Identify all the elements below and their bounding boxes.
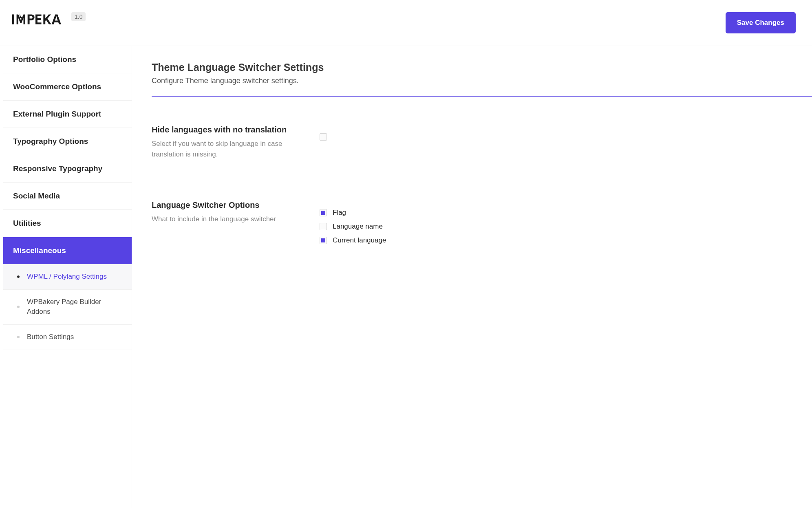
setting-switcher-options: Language Switcher Options What to includ… xyxy=(152,200,812,250)
sidebar-item-utilities[interactable]: Utilities xyxy=(3,210,132,237)
setting-desc: What to include in the language switcher xyxy=(152,214,307,225)
svg-rect-0 xyxy=(12,14,14,24)
checkbox-box[interactable] xyxy=(320,209,327,216)
checkbox-label: Flag xyxy=(333,209,346,217)
setting-left: Language Switcher Options What to includ… xyxy=(152,200,320,225)
checkbox-language-name[interactable]: Language name xyxy=(320,222,812,231)
accent-divider xyxy=(152,96,812,97)
setting-left: Hide languages with no translation Selec… xyxy=(152,125,320,159)
page-subtitle: Configure Theme language switcher settin… xyxy=(152,77,812,85)
sidebar-item-typography[interactable]: Typography Options xyxy=(3,128,132,155)
save-button[interactable]: Save Changes xyxy=(726,12,796,33)
checkbox-hide-languages[interactable] xyxy=(320,133,812,141)
setting-right: Flag Language name Current language xyxy=(320,200,812,250)
checkbox-box[interactable] xyxy=(320,133,327,141)
header: 1.0 Save Changes xyxy=(0,0,812,46)
version-badge: 1.0 xyxy=(71,12,86,21)
page-title: Theme Language Switcher Settings xyxy=(152,62,812,73)
checkbox-box[interactable] xyxy=(320,223,327,230)
setting-hide-languages: Hide languages with no translation Selec… xyxy=(152,125,812,180)
logo-wrap: 1.0 xyxy=(12,12,86,26)
sidebar-item-miscellaneous[interactable]: Miscellaneous xyxy=(3,237,132,264)
sidebar-item-external-plugin[interactable]: External Plugin Support xyxy=(3,101,132,128)
sidebar-item-portfolio[interactable]: Portfolio Options xyxy=(3,46,132,73)
setting-label: Hide languages with no translation xyxy=(152,125,307,134)
setting-right xyxy=(320,125,812,146)
content: Theme Language Switcher Settings Configu… xyxy=(132,46,812,508)
logo xyxy=(12,12,71,26)
setting-desc: Select if you want to skip language in c… xyxy=(152,139,307,159)
sidebar-item-social-media[interactable]: Social Media xyxy=(3,183,132,210)
checkbox-label: Current language xyxy=(333,236,386,244)
sidebar-subitem-wpml[interactable]: WPML / Polylang Settings xyxy=(3,264,132,290)
sidebar: Portfolio Options WooCommerce Options Ex… xyxy=(3,46,132,508)
sidebar-item-responsive-typography[interactable]: Responsive Typography xyxy=(3,155,132,183)
checkbox-label: Language name xyxy=(333,222,383,231)
setting-label: Language Switcher Options xyxy=(152,200,307,210)
body-wrap: Portfolio Options WooCommerce Options Ex… xyxy=(0,46,812,508)
checkbox-box[interactable] xyxy=(320,237,327,244)
sidebar-subitem-button-settings[interactable]: Button Settings xyxy=(3,325,132,350)
sidebar-item-woocommerce[interactable]: WooCommerce Options xyxy=(3,73,132,101)
checkbox-current-language[interactable]: Current language xyxy=(320,236,812,244)
sidebar-subitem-wpbakery[interactable]: WPBakery Page Builder Addons xyxy=(3,290,132,325)
checkbox-flag[interactable]: Flag xyxy=(320,209,812,217)
